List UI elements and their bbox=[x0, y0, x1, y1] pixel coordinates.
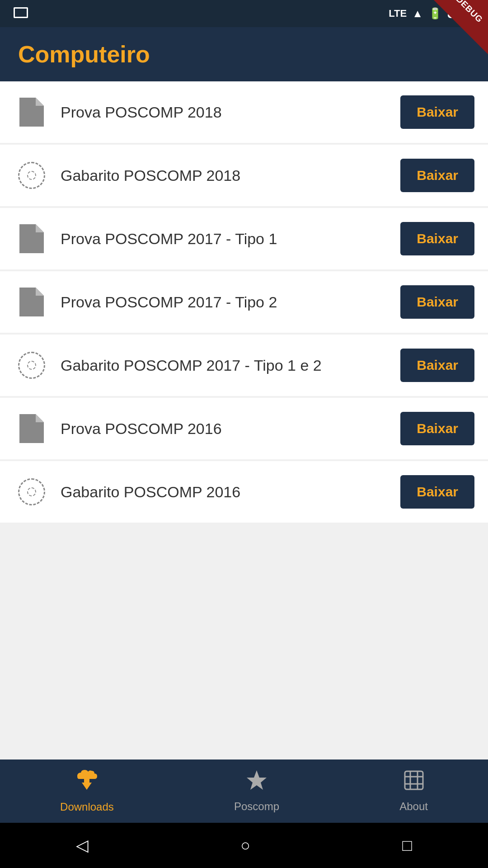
item-label: Prova POSCOMP 2017 - Tipo 2 bbox=[61, 292, 400, 312]
baixar-button[interactable]: Baixar bbox=[400, 349, 474, 382]
item-label: Prova POSCOMP 2018 bbox=[61, 102, 400, 122]
poscomp-label: Poscomp bbox=[234, 800, 279, 813]
nav-item-about[interactable]: About bbox=[399, 769, 428, 813]
status-bar: DEBUG LTE ▲ 🔋 8:32 bbox=[0, 0, 488, 27]
item-label: Prova POSCOMP 2016 bbox=[61, 419, 400, 439]
file-icon bbox=[14, 94, 50, 130]
baixar-button[interactable]: Baixar bbox=[400, 285, 474, 319]
downloads-label: Downloads bbox=[60, 801, 114, 813]
content-list: Prova POSCOMP 2018 Baixar Gabarito POSCO… bbox=[0, 81, 488, 760]
baixar-button[interactable]: Baixar bbox=[400, 95, 474, 129]
baixar-button[interactable]: Baixar bbox=[400, 475, 474, 509]
baixar-button[interactable]: Baixar bbox=[400, 412, 474, 445]
list-item: Prova POSCOMP 2018 Baixar bbox=[0, 81, 488, 143]
sim-icon bbox=[14, 7, 28, 20]
bottom-nav: Downloads Poscomp About bbox=[0, 760, 488, 823]
android-nav: ◁ ○ □ bbox=[0, 823, 488, 868]
back-button[interactable]: ◁ bbox=[76, 836, 89, 855]
about-label: About bbox=[399, 800, 428, 813]
list-item: Prova POSCOMP 2017 - Tipo 1 Baixar bbox=[0, 208, 488, 269]
svg-rect-3 bbox=[405, 771, 423, 789]
list-item: Gabarito POSCOMP 2017 - Tipo 1 e 2 Baixa… bbox=[0, 335, 488, 396]
file-icon bbox=[14, 221, 50, 257]
list-item: Prova POSCOMP 2016 Baixar bbox=[0, 398, 488, 459]
lte-indicator: LTE bbox=[389, 8, 407, 19]
item-label: Gabarito POSCOMP 2018 bbox=[61, 165, 400, 185]
poscomp-icon bbox=[246, 769, 267, 797]
list-item: Gabarito POSCOMP 2018 Baixar bbox=[0, 145, 488, 206]
svg-marker-2 bbox=[247, 770, 267, 790]
home-button[interactable]: ○ bbox=[240, 836, 250, 855]
app-header: Computeiro bbox=[0, 27, 488, 81]
file-icon bbox=[14, 410, 50, 447]
baixar-button[interactable]: Baixar bbox=[400, 159, 474, 192]
signal-icon: ▲ bbox=[412, 7, 423, 20]
baixar-button[interactable]: Baixar bbox=[400, 222, 474, 255]
nav-item-downloads[interactable]: Downloads bbox=[60, 769, 114, 813]
gabarito-icon bbox=[14, 474, 50, 510]
nav-item-poscomp[interactable]: Poscomp bbox=[234, 769, 279, 813]
downloads-icon bbox=[75, 769, 99, 797]
item-label: Gabarito POSCOMP 2016 bbox=[61, 482, 400, 502]
about-icon bbox=[403, 769, 425, 797]
app-title: Computeiro bbox=[18, 41, 150, 67]
svg-rect-1 bbox=[84, 777, 89, 784]
item-label: Gabarito POSCOMP 2017 - Tipo 1 e 2 bbox=[61, 355, 400, 375]
gabarito-icon bbox=[14, 157, 50, 193]
recent-button[interactable]: □ bbox=[402, 836, 412, 855]
file-icon bbox=[14, 284, 50, 320]
gabarito-icon bbox=[14, 347, 50, 383]
item-label: Prova POSCOMP 2017 - Tipo 1 bbox=[61, 229, 400, 249]
list-item: Gabarito POSCOMP 2016 Baixar bbox=[0, 461, 488, 523]
list-item: Prova POSCOMP 2017 - Tipo 2 Baixar bbox=[0, 271, 488, 333]
